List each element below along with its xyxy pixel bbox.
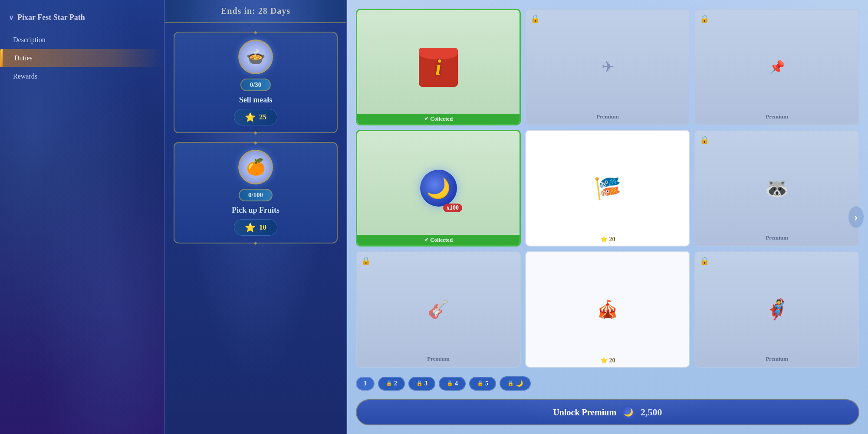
page-4-indicator[interactable]: 🔒 4 <box>439 377 466 391</box>
moonstone-collected-badge: ✔ Collected <box>357 235 519 245</box>
lock-icon-pagemoon: 🔒 <box>507 380 514 387</box>
sell-meals-progress: 0/30 <box>240 79 271 91</box>
duty-pick-fruits: 🍊 0/100 Pick up Fruits ⭐ 10 <box>174 142 338 243</box>
moonstone-icon-area: 🌙 x100 <box>417 167 460 210</box>
guitar-icon: 🎸 <box>427 299 449 319</box>
large-banner-star-icon: ⭐ <box>600 357 608 364</box>
raccoon-premium-badge: Premium <box>761 233 792 243</box>
sidebar-title-row: ∨ Pixar Fest Star Path <box>0 9 164 26</box>
duties-list: 🍲 0/30 Sell meals ⭐ 25 🍊 0/100 Pick up F… <box>165 23 346 434</box>
banner-icon-area: 🎏 <box>586 167 629 210</box>
sell-meals-icon: 🍲 <box>238 39 273 74</box>
raccoon-icon-area: 🦝 <box>755 167 799 210</box>
raccoon-icon: 🦝 <box>765 177 789 200</box>
duty-sell-meals: 🍲 0/30 Sell meals ⭐ 25 <box>174 32 338 133</box>
banner-star-icon: ⭐ <box>600 236 608 243</box>
unlock-cost-value: 2,500 <box>641 407 662 418</box>
grape-soda-premium-badge: Premium <box>761 112 792 122</box>
lock-icon-raccoon: 🔒 <box>700 135 709 145</box>
pick-fruits-icon: 🍊 <box>238 150 273 184</box>
timer-label: Ends in: 28 Days <box>221 6 290 16</box>
page-moon-indicator[interactable]: 🔒 🌙 <box>500 376 531 391</box>
sidebar-item-duties[interactable]: Duties <box>0 49 164 67</box>
banner-decoration-icon: 🎏 <box>590 167 625 210</box>
reward-raccoon[interactable]: 🔒 🦝 Premium <box>694 130 859 247</box>
rewards-panel: ✔ Collected 🔒 ✈ Premium 🔒 📌 Premium 🌙 x1… <box>347 0 868 434</box>
reward-moonstone[interactable]: 🌙 x100 ✔ Collected <box>356 130 521 247</box>
reward-guitar[interactable]: 🔒 🎸 Premium <box>356 251 521 368</box>
duties-panel: Ends in: 28 Days 🍲 0/30 Sell meals ⭐ 25 … <box>165 0 347 434</box>
moonstone-count-badge: x100 <box>443 204 462 212</box>
grape-soda-pin-icon: 📌 <box>769 59 785 75</box>
unlock-premium-button[interactable]: Unlock Premium 🌙 2,500 <box>356 399 859 425</box>
sidebar-title: Pixar Fest Star Path <box>17 13 85 22</box>
lock-icon-raccoon2: 🔒 <box>700 256 709 266</box>
raccoon2-icon: 🦸 <box>765 298 789 321</box>
unlock-premium-label: Unlock Premium <box>553 408 616 418</box>
pick-fruits-reward: ⭐ 10 <box>234 219 277 236</box>
lock-icon-page2: 🔒 <box>386 380 392 387</box>
sidebar: ∨ Pixar Fest Star Path Description Dutie… <box>0 0 165 434</box>
lock-icon-grape-soda: 🔒 <box>700 14 709 23</box>
banner-star-cost: ⭐ 20 <box>600 236 615 243</box>
reward-banner[interactable]: 🎏 ⭐ 20 <box>525 130 690 247</box>
page-2-indicator[interactable]: 🔒 2 <box>378 377 405 391</box>
spaceship-premium-badge: Premium <box>592 112 623 122</box>
sidebar-item-description[interactable]: Description <box>0 31 164 49</box>
lock-icon-page4: 🔒 <box>447 380 453 387</box>
sidebar-nav: Description Duties Rewards <box>0 26 164 90</box>
rewards-grid: ✔ Collected 🔒 ✈ Premium 🔒 📌 Premium 🌙 x1… <box>356 9 859 368</box>
reward-grape-soda[interactable]: 🔒 📌 Premium <box>694 9 859 125</box>
pick-fruits-reward-value: 10 <box>259 223 266 232</box>
sell-meals-reward: ⭐ 25 <box>234 109 277 125</box>
reward-large-banner[interactable]: 🎪 ⭐ 20 <box>525 251 690 368</box>
incredibles-logo <box>419 48 458 87</box>
spaceship-icon: ✈ <box>602 58 614 76</box>
pick-fruits-name: Pick up Fruits <box>232 206 279 215</box>
chevron-down-icon: ∨ <box>9 13 14 22</box>
grape-soda-icon-area: 📌 <box>755 46 799 89</box>
incredibles-icon-area <box>417 46 460 89</box>
sell-meals-name: Sell meals <box>239 95 273 105</box>
moon-icon-large: 🌙 <box>420 170 457 207</box>
page-3-indicator[interactable]: 🔒 3 <box>408 377 435 391</box>
reward-raccoon2[interactable]: 🔒 🦸 Premium <box>694 251 859 368</box>
spaceship-icon-area: ✈ <box>586 46 629 89</box>
lock-icon-guitar: 🔒 <box>361 256 371 266</box>
next-page-button[interactable]: › <box>848 206 864 228</box>
large-banner-icon-area: 🎪 <box>586 288 629 331</box>
guitar-premium-badge: Premium <box>423 354 454 364</box>
guitar-icon-area: 🎸 <box>417 288 460 331</box>
sell-meals-reward-value: 25 <box>259 113 266 122</box>
timer-bar: Ends in: 28 Days <box>165 0 346 23</box>
sidebar-item-rewards[interactable]: Rewards <box>0 67 164 85</box>
lock-icon-page5: 🔒 <box>477 380 483 387</box>
star-icon-1: ⭐ <box>245 112 256 122</box>
moon-cost-icon: 🌙 <box>621 405 635 419</box>
lock-icon-spaceship: 🔒 <box>530 14 540 23</box>
raccoon2-icon-area: 🦸 <box>755 288 799 331</box>
page-5-indicator[interactable]: 🔒 5 <box>469 377 496 391</box>
pick-fruits-progress: 0/100 <box>239 189 273 201</box>
large-banner-star-cost: ⭐ 20 <box>600 357 615 364</box>
reward-spaceship[interactable]: 🔒 ✈ Premium <box>525 9 690 125</box>
lock-icon-page3: 🔒 <box>416 380 423 387</box>
raccoon2-premium-badge: Premium <box>761 354 792 364</box>
page-1-indicator[interactable]: 1 <box>356 377 375 391</box>
page-indicators: 1 🔒 2 🔒 3 🔒 4 🔒 5 🔒 🌙 <box>356 373 859 394</box>
star-icon-2: ⭐ <box>245 222 256 233</box>
incredibles-collected-badge: ✔ Collected <box>357 114 519 124</box>
reward-incredibles[interactable]: ✔ Collected <box>356 9 521 125</box>
large-banner-icon: 🎪 <box>597 299 618 319</box>
